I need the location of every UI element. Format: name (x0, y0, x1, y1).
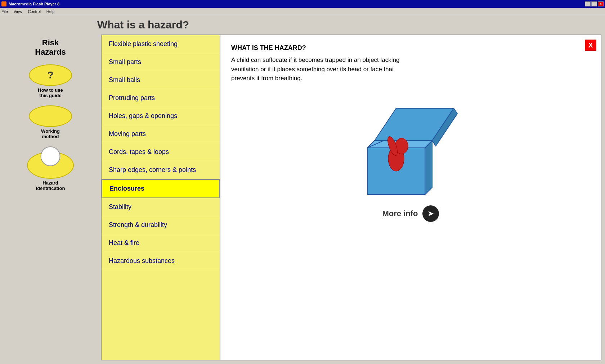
more-info-row[interactable]: More info ➤ (231, 205, 590, 222)
title-bar-controls: _ □ X (585, 1, 604, 6)
enclosure-svg (360, 90, 461, 198)
hazard-id-label: HazardIdentification (36, 180, 65, 191)
title-bar: Macromedia Flash Player 8 _ □ X (0, 0, 605, 8)
svg-marker-2 (425, 141, 432, 195)
list-item-heat-fire[interactable]: Heat & fire (102, 234, 220, 252)
menu-file[interactable]: File (1, 9, 8, 14)
how-to-use-oval[interactable]: ? (29, 64, 72, 86)
app-content: What is a hazard? RiskHazards ? How to u… (0, 15, 605, 364)
menu-control[interactable]: Control (28, 9, 40, 14)
working-method-oval[interactable] (29, 105, 72, 127)
sidebar-title: RiskHazards (35, 38, 66, 57)
nav-working-method[interactable]: Workingmethod (29, 105, 72, 139)
hazard-description: A child can suffocate if it becomes trap… (231, 55, 411, 83)
list-item-holes-gaps[interactable]: Holes, gaps & openings (102, 107, 220, 125)
list-item-hazardous-substances[interactable]: Hazardous substances (102, 252, 220, 270)
hazard-white-circle (41, 146, 60, 166)
list-item-sharp-edges[interactable]: Sharp edges, corners & points (102, 161, 220, 179)
list-item-protruding-parts[interactable]: Protruding parts (102, 89, 220, 107)
list-item-enclosures[interactable]: Enclosures (102, 179, 220, 198)
arrow-right-icon: ➤ (427, 209, 434, 218)
more-info-text: More info (382, 209, 418, 218)
list-item-small-parts[interactable]: Small parts (102, 53, 220, 71)
app-body: RiskHazards ? How to usethis guide Worki… (0, 31, 605, 364)
list-panel: Flexible plastic sheeting Small parts Sm… (102, 35, 220, 360)
nav-hazard-identification[interactable]: HazardIdentification (25, 146, 76, 191)
sidebar: RiskHazards ? How to usethis guide Worki… (4, 35, 97, 360)
title-bar-text: Macromedia Flash Player 8 (9, 2, 59, 6)
menu-bar: File View Control Help (0, 8, 605, 15)
content-area: Flexible plastic sheeting Small parts Sm… (101, 35, 601, 360)
page-title: What is a hazard? (97, 19, 189, 31)
menu-view[interactable]: View (14, 9, 22, 14)
list-item-cords-tapes[interactable]: Cords, tapes & loops (102, 143, 220, 161)
how-to-use-label: How to usethis guide (38, 87, 63, 98)
question-mark-icon: ? (47, 69, 53, 81)
nav-how-to-use[interactable]: ? How to usethis guide (29, 64, 72, 98)
detail-panel: X WHAT IS THE HAZARD? A child can suffoc… (220, 35, 601, 360)
hazard-title: WHAT IS THE HAZARD? (231, 44, 590, 52)
box-illustration (231, 90, 590, 198)
close-button[interactable]: X (585, 40, 596, 51)
page-title-area: What is a hazard? (0, 15, 605, 31)
list-item-strength-durability[interactable]: Strength & durability (102, 216, 220, 234)
more-info-arrow-button[interactable]: ➤ (422, 205, 439, 222)
list-item-moving-parts[interactable]: Moving parts (102, 125, 220, 143)
app-icon (1, 1, 6, 6)
title-bar-left: Macromedia Flash Player 8 (1, 1, 59, 6)
maximize-button[interactable]: □ (591, 1, 597, 6)
close-icon: X (588, 42, 593, 49)
hazard-id-container (25, 146, 76, 179)
list-item-flexible-plastic[interactable]: Flexible plastic sheeting (102, 35, 220, 53)
list-item-small-balls[interactable]: Small balls (102, 71, 220, 89)
minimize-button[interactable]: _ (585, 1, 591, 6)
list-item-stability[interactable]: Stability (102, 198, 220, 216)
menu-help[interactable]: Help (46, 9, 55, 14)
close-window-button[interactable]: X (598, 1, 604, 6)
working-method-label: Workingmethod (41, 128, 60, 139)
